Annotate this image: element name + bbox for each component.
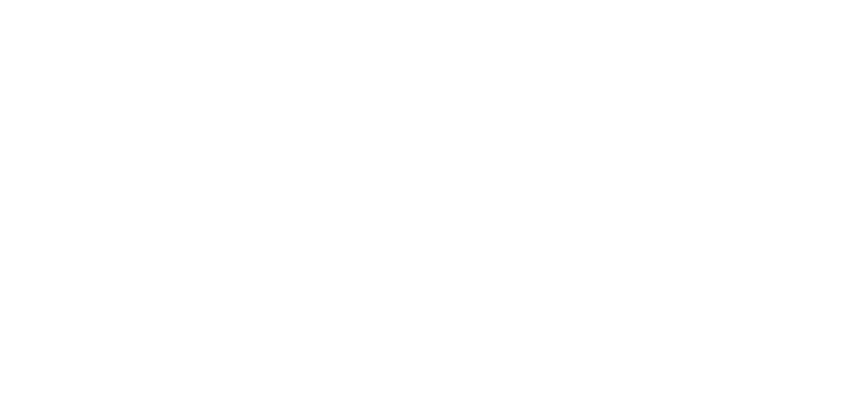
cad-drawing-sheet [0,0,868,403]
